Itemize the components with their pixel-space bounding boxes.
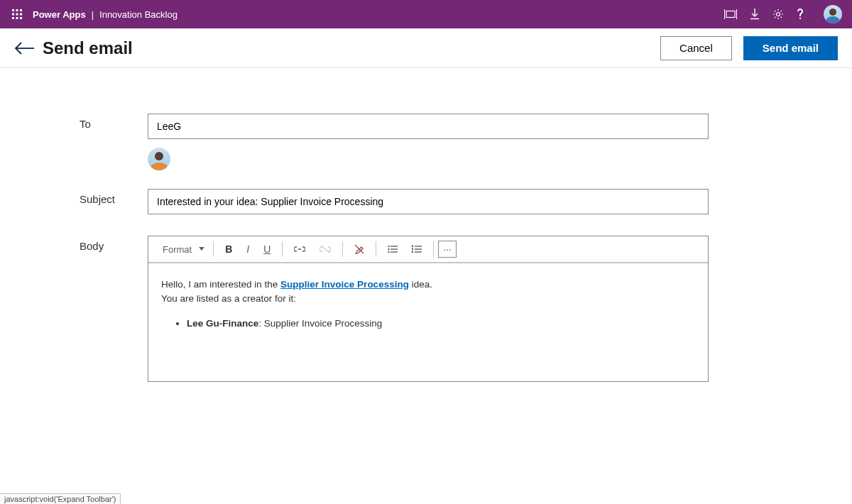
svg-rect-25	[412, 246, 413, 248]
body-line2: You are listed as a creator for it:	[161, 292, 695, 306]
fit-to-screen-icon[interactable]	[724, 9, 737, 19]
status-bar: javascript:void('Expand Toolbar')	[0, 493, 121, 504]
svg-rect-1	[16, 9, 18, 11]
toolbar-divider	[213, 241, 214, 257]
rte-body-content[interactable]: Hello, I am interested in the Supplier I…	[148, 263, 708, 381]
rte-format-dropdown[interactable]: Format	[155, 241, 209, 258]
rte-clear-format-button[interactable]	[347, 241, 371, 258]
subject-row: Subject	[80, 189, 852, 214]
rte-bold-button[interactable]: B	[218, 241, 239, 258]
svg-rect-0	[12, 9, 14, 11]
svg-rect-5	[20, 13, 22, 16]
subject-input[interactable]	[148, 189, 709, 214]
rte-bullet-list-button[interactable]	[381, 241, 405, 258]
to-input[interactable]	[148, 114, 709, 139]
rte-underline-button[interactable]: U	[256, 241, 278, 258]
brand-label: Power Apps	[28, 9, 86, 20]
body-row: Body Format B I U	[80, 236, 852, 382]
to-label: To	[80, 114, 148, 139]
svg-rect-24	[415, 251, 422, 252]
recipient-chip-row	[80, 148, 852, 170]
body-label: Body	[80, 236, 148, 382]
svg-rect-2	[20, 9, 22, 11]
rte-more-button[interactable]: ···	[438, 241, 457, 258]
svg-point-16	[388, 246, 390, 247]
help-icon[interactable]	[797, 9, 804, 20]
rich-text-editor: Format B I U	[148, 236, 709, 382]
body-bullet-strong: Lee Gu-Finance	[187, 318, 258, 329]
app-launcher-icon[interactable]	[6, 9, 28, 19]
rte-italic-button[interactable]: I	[239, 241, 256, 258]
app-bar: Power Apps | Innovation Backlog	[0, 0, 852, 28]
rte-link-button[interactable]	[287, 241, 312, 258]
svg-rect-21	[390, 251, 398, 252]
rte-toolbar: Format B I U	[148, 236, 708, 263]
email-form: To Subject Body Format B I U	[0, 114, 852, 403]
rte-unlink-button[interactable]	[312, 241, 338, 258]
toolbar-divider	[433, 241, 434, 257]
svg-rect-27	[412, 251, 413, 253]
brand-separator: |	[86, 9, 99, 20]
svg-rect-9	[726, 11, 735, 18]
send-email-button[interactable]: Send email	[743, 36, 838, 60]
svg-rect-4	[16, 13, 18, 16]
rte-numbered-list-button[interactable]	[405, 241, 429, 258]
recipient-avatar-chip[interactable]	[148, 148, 170, 170]
svg-rect-19	[390, 248, 398, 249]
subject-label: Subject	[80, 189, 148, 214]
back-arrow-icon[interactable]	[14, 41, 43, 55]
body-line1-post: idea.	[409, 279, 432, 290]
body-bullet-rest: : Supplier Invoice Processing	[258, 318, 382, 329]
settings-gear-icon[interactable]	[772, 9, 784, 20]
cancel-button[interactable]: Cancel	[660, 36, 732, 60]
body-line1-pre: Hello, I am interested in the	[161, 279, 280, 290]
user-avatar[interactable]	[824, 5, 842, 23]
page-header: Send email Cancel Send email	[0, 28, 852, 68]
svg-rect-17	[390, 246, 398, 246]
toolbar-divider	[342, 241, 343, 257]
svg-rect-23	[415, 248, 422, 249]
svg-rect-8	[20, 17, 22, 19]
svg-rect-26	[412, 248, 413, 251]
download-icon[interactable]	[750, 9, 760, 20]
appbar-actions	[724, 5, 846, 23]
svg-rect-6	[12, 17, 14, 19]
to-row: To	[80, 114, 852, 139]
toolbar-divider	[376, 241, 376, 257]
body-idea-link[interactable]: Supplier Invoice Processing	[280, 279, 409, 290]
svg-rect-7	[16, 17, 18, 19]
body-bullet: Lee Gu-Finance: Supplier Invoice Process…	[187, 317, 695, 331]
svg-rect-3	[12, 13, 14, 16]
toolbar-divider	[282, 241, 283, 257]
svg-point-18	[388, 248, 390, 250]
svg-point-20	[388, 251, 390, 253]
page-title: Send email	[43, 38, 133, 58]
svg-rect-22	[415, 246, 422, 246]
svg-point-14	[777, 13, 780, 16]
app-name-label: Innovation Backlog	[99, 9, 178, 20]
